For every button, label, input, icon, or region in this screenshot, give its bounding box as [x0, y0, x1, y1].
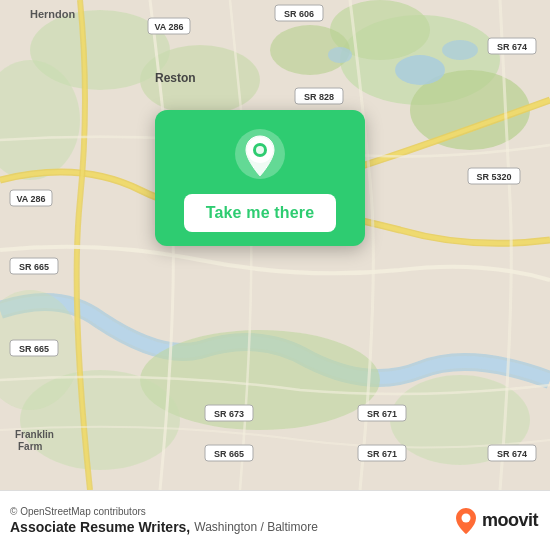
- svg-text:Franklin: Franklin: [15, 429, 54, 440]
- svg-text:SR 606: SR 606: [284, 9, 314, 19]
- svg-text:VA 286: VA 286: [154, 22, 183, 32]
- footer-left: © OpenStreetMap contributors Associate R…: [10, 506, 318, 535]
- svg-text:SR 665: SR 665: [19, 344, 49, 354]
- location-pin-icon: [234, 128, 286, 180]
- take-me-there-button[interactable]: Take me there: [184, 194, 337, 232]
- svg-text:SR 673: SR 673: [214, 409, 244, 419]
- moovit-pin-icon: [455, 507, 477, 535]
- svg-text:Farm: Farm: [18, 441, 43, 452]
- copyright-text: © OpenStreetMap contributors: [10, 506, 318, 517]
- svg-text:SR 665: SR 665: [214, 449, 244, 459]
- svg-point-48: [256, 146, 264, 154]
- moovit-logo-area: moovit: [455, 507, 538, 535]
- svg-point-9: [442, 40, 478, 60]
- moovit-label: moovit: [482, 510, 538, 531]
- svg-text:SR 5320: SR 5320: [476, 172, 511, 182]
- svg-text:SR 671: SR 671: [367, 449, 397, 459]
- svg-text:Herndon: Herndon: [30, 8, 76, 20]
- svg-point-10: [328, 47, 352, 63]
- location-text: Washington / Baltimore: [194, 520, 318, 534]
- svg-text:SR 674: SR 674: [497, 449, 527, 459]
- footer-bar: © OpenStreetMap contributors Associate R…: [0, 490, 550, 550]
- svg-text:Reston: Reston: [155, 71, 196, 85]
- svg-point-8: [395, 55, 445, 85]
- svg-text:SR 671: SR 671: [367, 409, 397, 419]
- footer-bottom-row: Associate Resume Writers, Washington / B…: [10, 519, 318, 535]
- map-container: SR 606 VA 286 VA 286 SR 828 SR 674 SR 53…: [0, 0, 550, 490]
- svg-text:SR 828: SR 828: [304, 92, 334, 102]
- svg-text:SR 674: SR 674: [497, 42, 527, 52]
- svg-point-49: [461, 513, 470, 522]
- svg-text:VA 286: VA 286: [16, 194, 45, 204]
- svg-text:SR 665: SR 665: [19, 262, 49, 272]
- popup-card: Take me there: [155, 110, 365, 246]
- business-name: Associate Resume Writers,: [10, 519, 190, 535]
